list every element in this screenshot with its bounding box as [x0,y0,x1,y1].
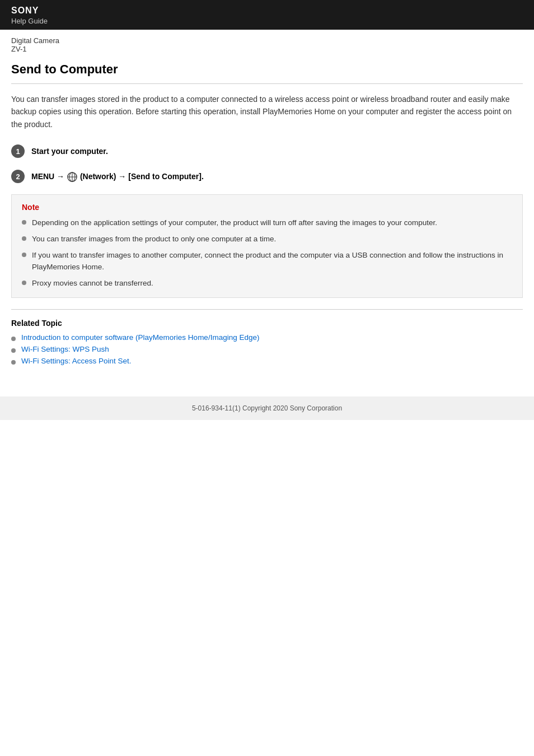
bullet-icon [22,253,26,257]
footer: 5-016-934-11(1) Copyright 2020 Sony Corp… [0,396,534,420]
main-content: Send to Computer You can transfer images… [0,57,534,380]
note-item-text: Proxy movies cannot be transferred. [32,278,153,290]
bullet-icon [11,348,16,353]
related-link-2[interactable]: Wi-Fi Settings: WPS Push [21,345,109,353]
bullet-icon [11,337,16,341]
note-title: Note [22,203,512,212]
note-item: Depending on the application settings of… [22,217,512,229]
page-title: Send to Computer [11,62,523,77]
note-item: Proxy movies cannot be transferred. [22,278,512,290]
note-item-text: You can transfer images from the product… [32,234,276,245]
header: SONY Help Guide [0,0,534,30]
related-list-item: Wi-Fi Settings: Access Point Set. [11,357,523,365]
related-link-1[interactable]: Introduction to computer software (PlayM… [21,333,259,342]
footer-text: 5-016-934-11(1) Copyright 2020 Sony Corp… [192,404,342,412]
bullet-icon [22,281,26,285]
note-item: If you want to transfer images to anothe… [22,250,512,273]
step-1-text: Start your computer. [31,144,108,157]
note-item-text: Depending on the application settings of… [32,217,437,229]
step-2: 2 MENU → (Network) → [Send to Computer]. [11,169,523,183]
note-list: Depending on the application settings of… [22,217,512,290]
related-topic: Related Topic Introduction to computer s… [11,319,523,365]
intro-text: You can transfer images stored in the pr… [11,93,523,130]
header-subtitle: Help Guide [11,17,523,25]
network-icon [67,172,77,182]
step-1: 1 Start your computer. [11,144,523,158]
bullet-icon [22,236,26,241]
related-topic-title: Related Topic [11,319,523,328]
note-item: You can transfer images from the product… [22,234,512,245]
note-item-text: If you want to transfer images to anothe… [32,250,512,273]
step-2-label: MENU → (Network) → [Send to Computer]. [31,172,204,181]
title-divider [11,83,523,84]
breadcrumb-line2: ZV-1 [11,45,523,53]
breadcrumb-line1: Digital Camera [11,36,523,45]
related-list-item: Wi-Fi Settings: WPS Push [11,345,523,353]
related-list-item: Introduction to computer software (PlayM… [11,333,523,342]
step-1-number: 1 [11,144,25,158]
bullet-icon [22,220,26,225]
related-link-3[interactable]: Wi-Fi Settings: Access Point Set. [21,357,132,365]
step-2-text: MENU → (Network) → [Send to Computer]. [31,169,204,183]
step-2-number: 2 [11,170,25,183]
note-box: Note Depending on the application settin… [11,194,523,298]
section-divider [11,309,523,310]
breadcrumb: Digital Camera ZV-1 [0,30,534,57]
bullet-icon [11,360,16,365]
step-1-label: Start your computer. [31,147,108,156]
related-list: Introduction to computer software (PlayM… [11,333,523,365]
brand-logo: SONY [11,6,523,16]
